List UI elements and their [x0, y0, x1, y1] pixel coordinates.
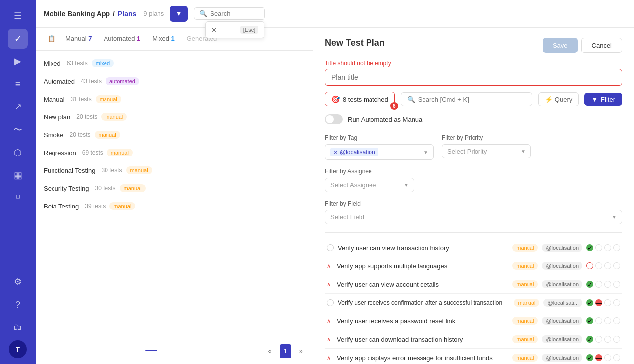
plan-item-mixed[interactable]: Mixed 63 tests mixed — [36, 54, 313, 72]
list-item: ∧ Verify user can download transaction h… — [325, 330, 622, 349]
filter-assignee-label: Filter by Assignee — [325, 168, 414, 175]
test-list: Verify user can view transaction history… — [325, 239, 622, 364]
tag-text: @localisation — [340, 149, 375, 156]
main-area: Mobile Banking App / Plans 9 plans ▼ 🔍 ✕… — [36, 0, 634, 364]
tab-icon[interactable]: 📋 — [44, 28, 59, 50]
test-badge: manual — [512, 354, 538, 362]
chevron-icon: ∧ — [327, 336, 333, 343]
run-automated-toggle[interactable] — [325, 114, 343, 124]
test-actions — [586, 262, 620, 269]
tab-manual[interactable]: Manual 7 — [59, 28, 98, 50]
test-actions: ✓ — [586, 244, 620, 251]
nav-icon-export[interactable]: ⬡ — [8, 143, 28, 162]
filter-by-tag-group: Filter by Tag ✕ @localisation ▼ — [325, 134, 434, 160]
status-dot-gray-1 — [595, 281, 602, 288]
filter-priority-select[interactable]: Select Priority ▼ — [442, 144, 531, 158]
filter-assignee-select[interactable]: Select Assignee ▼ — [325, 178, 414, 192]
status-dot-gray-3 — [613, 281, 620, 288]
nav-icon-help[interactable]: ? — [8, 295, 28, 314]
status-dot-gray-3 — [613, 336, 620, 343]
breadcrumb-section[interactable]: Plans — [118, 10, 136, 18]
tab-mixed[interactable]: Mixed 1 — [146, 28, 181, 50]
left-navigation: ☰ ✓ ▶ ≡ ↗ 〜 ⬡ ▦ ⑂ ⚙ ? 🗂 T — [0, 0, 36, 364]
tag-x[interactable]: ✕ — [333, 149, 338, 156]
nav-icon-chart[interactable]: ↗ — [8, 97, 28, 117]
assignee-chevron-icon: ▼ — [404, 182, 409, 188]
nav-icon-bar[interactable]: ▦ — [8, 165, 28, 185]
status-dot-gray-3 — [613, 244, 620, 251]
test-badge: manual — [512, 244, 538, 252]
chevron-icon: ∧ — [327, 355, 333, 361]
nav-icon-play[interactable]: ▶ — [8, 52, 28, 71]
plans-count: 9 plans — [143, 10, 164, 17]
nav-icon-git[interactable]: ⑂ — [8, 188, 28, 208]
filter-icon-button[interactable]: ▼ — [170, 6, 188, 22]
plan-item-security[interactable]: Security Testing 30 tests manual — [36, 179, 313, 197]
query-button[interactable]: ⚡ Query — [538, 92, 579, 106]
chevron-down-icon: ▼ — [423, 150, 428, 155]
breadcrumb-sep: / — [113, 10, 115, 18]
status-dot-gray-2 — [604, 281, 611, 288]
filter-by-field-group: Filter by Field Select Field ▼ — [325, 200, 622, 224]
nav-icon-menu[interactable]: ☰ — [8, 6, 28, 26]
tab-automated[interactable]: Automated 1 — [98, 28, 146, 50]
tests-bar: 🎯 8 tests matched 6 🔍 ⚡ Query ▼ Filter — [325, 92, 622, 106]
filter-field-select[interactable]: Select Field ▼ — [325, 210, 622, 224]
nav-icon-check[interactable]: ✓ — [8, 29, 28, 49]
test-circle-icon — [327, 244, 334, 251]
search-input[interactable] — [210, 10, 260, 17]
filter-tag-label: Filter by Tag — [325, 134, 434, 141]
test-badge: manual — [512, 280, 538, 288]
breadcrumb-app[interactable]: Mobile Banking App — [44, 10, 110, 18]
prev-page-button[interactable]: « — [264, 344, 276, 358]
plan-item-automated[interactable]: Automated 43 tests automated — [36, 72, 313, 90]
field-chevron-icon: ▼ — [612, 214, 617, 220]
filter-tag-select[interactable]: ✕ @localisation ▼ — [325, 144, 434, 160]
badge-manual-new: manual — [101, 113, 127, 121]
plan-item-beta[interactable]: Beta Testing 39 tests manual — [36, 197, 313, 215]
badge-manual-security: manual — [120, 184, 146, 192]
plan-item-regression[interactable]: Regression 69 tests manual — [36, 144, 313, 161]
filter-by-priority-group: Filter by Priority Select Priority ▼ — [442, 134, 531, 160]
cmd-search-bar: 🔍 — [401, 92, 532, 106]
status-dot-gray-3 — [613, 317, 620, 324]
plan-item-smoke[interactable]: Smoke 20 tests manual — [36, 126, 313, 144]
list-item: ∧ Verify user can view account details m… — [325, 275, 622, 294]
avatar[interactable]: T — [9, 340, 27, 358]
badge-manual-smoke: manual — [95, 131, 120, 139]
nav-icon-list[interactable]: ≡ — [8, 74, 28, 94]
nav-icon-settings[interactable]: ⚙ — [8, 272, 28, 292]
cancel-button[interactable]: Cancel — [581, 38, 622, 53]
toggle-row: Run Automated as Manual — [325, 114, 622, 124]
cmd-search-input[interactable] — [418, 96, 526, 103]
filter-button[interactable]: ▼ Filter — [584, 93, 622, 106]
page-1-button[interactable]: 1 — [280, 344, 291, 358]
status-dot-gray-1 — [604, 299, 611, 306]
status-dot-gray-2 — [604, 336, 611, 343]
tests-matched-badge: 🎯 8 tests matched 6 — [325, 92, 395, 106]
plan-item-new-plan[interactable]: New plan 20 tests manual — [36, 108, 313, 126]
test-circle-icon — [327, 299, 334, 306]
priority-placeholder: Select Priority — [447, 148, 518, 155]
test-badge: manual — [514, 299, 539, 307]
nav-icon-folder[interactable]: 🗂 — [8, 317, 28, 337]
close-icon[interactable]: ✕ — [211, 26, 217, 34]
nav-icon-wave[interactable]: 〜 — [8, 120, 28, 140]
test-tag: @localisation — [542, 354, 582, 362]
test-name: Verify app supports multiple languages — [337, 262, 508, 270]
plan-item-functional[interactable]: Functional Testing 30 tests manual — [36, 161, 313, 179]
filter-priority-label: Filter by Priority — [442, 134, 531, 141]
save-button[interactable]: Save — [543, 38, 578, 53]
plan-title-input[interactable] — [325, 69, 622, 86]
status-dot-gray-2 — [604, 262, 611, 269]
field-placeholder: Select Field — [330, 213, 609, 221]
tests-matched-icon: 🎯 — [331, 95, 340, 103]
plan-item-manual[interactable]: Manual 31 tests manual — [36, 90, 313, 108]
plans-list: Mixed 63 tests mixed Automated 43 tests … — [36, 51, 313, 338]
status-dot-gray-2 — [604, 317, 611, 324]
status-dot-gray-2 — [613, 299, 620, 306]
status-dot-gray-2 — [613, 354, 620, 361]
status-dot-green: ✓ — [586, 336, 593, 343]
chevron-icon: ∧ — [327, 281, 333, 288]
next-page-button[interactable]: » — [295, 344, 307, 358]
